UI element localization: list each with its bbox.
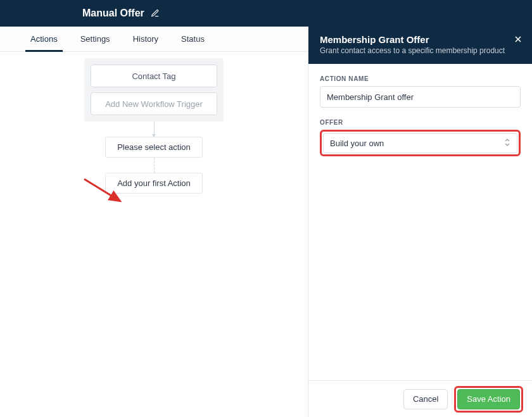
tab-status[interactable]: Status [170,27,216,51]
add-first-action-step[interactable]: Add your first Action [105,173,203,194]
panel-footer: Cancel Save Action [308,380,532,417]
panel-title: Membership Grant Offer [320,34,521,45]
add-trigger-button[interactable]: Add New Workflow Trigger [91,92,217,115]
workflow-canvas-pane: Actions Settings History Status Contact … [0,27,308,417]
offer-highlight: Build your own [320,130,521,156]
save-action-button[interactable]: Save Action [457,389,520,409]
chevron-updown-icon [504,138,510,148]
save-highlight: Save Action [454,386,523,413]
select-action-step[interactable]: Please select action [105,137,203,158]
tab-history[interactable]: History [122,27,170,51]
panel-header: Membership Grant Offer Grant contact acc… [308,27,532,64]
action-config-panel: Membership Grant Offer Grant contact acc… [308,27,532,417]
action-name-input[interactable] [320,86,521,108]
close-icon[interactable] [513,34,523,47]
action-name-label: ACTION NAME [320,75,521,82]
tab-bar: Actions Settings History Status [0,27,308,52]
trigger-group: Contact Tag Add New Workflow Trigger [84,58,224,121]
tab-actions[interactable]: Actions [19,27,69,51]
panel-subtitle: Grant contact access to a specific membe… [320,46,521,55]
offer-label: OFFER [320,119,521,126]
trigger-contact-tag[interactable]: Contact Tag [91,65,217,87]
top-bar: Manual Offer [0,0,532,27]
offer-select-value: Build your own [330,139,384,148]
tab-settings[interactable]: Settings [69,27,122,51]
connector-dashed [154,158,155,173]
connector-line [154,121,155,137]
offer-select[interactable]: Build your own [323,133,517,153]
edit-title-icon[interactable] [151,9,160,18]
workflow-title: Manual Offer [82,8,144,19]
cancel-button[interactable]: Cancel [403,389,448,409]
